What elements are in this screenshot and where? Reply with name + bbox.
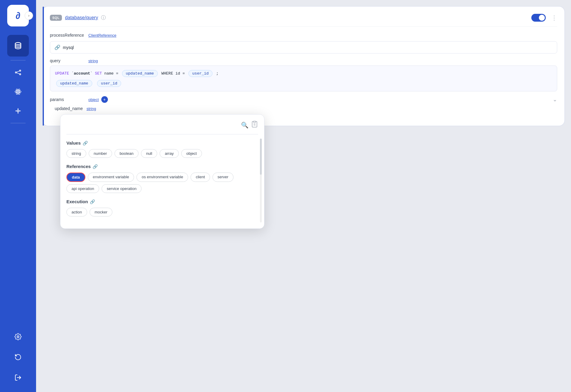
- main-content: SQL database/query ⓘ ⋮ processReference …: [36, 0, 571, 392]
- svg-point-1: [15, 72, 17, 73]
- param-type[interactable]: string: [87, 106, 96, 111]
- references-chips-row: data environment variable os environment…: [66, 173, 258, 193]
- keyword-set: SET: [95, 71, 102, 76]
- query-section: query string UPDATE `account` SET name =…: [50, 58, 557, 91]
- sidebar-item-database[interactable]: [7, 35, 29, 57]
- param-name: updated_name: [55, 106, 83, 111]
- param-item-updated-name: updated_name string: [50, 106, 557, 111]
- link-icon: 🔗: [54, 44, 60, 50]
- chip-api-operation[interactable]: api operation: [66, 184, 99, 193]
- chip-environment-variable[interactable]: environment variable: [88, 173, 134, 182]
- mysql-input-field[interactable]: 🔗 mysql: [50, 41, 557, 54]
- chip-server[interactable]: server: [212, 173, 234, 182]
- chip-row: updated_name user_id: [55, 80, 552, 87]
- chip-object[interactable]: object: [181, 149, 202, 158]
- svg-point-10: [17, 110, 19, 112]
- picker-clipboard-icon[interactable]: [251, 121, 258, 129]
- exit-icon: [14, 374, 22, 381]
- execution-chips-row: action mocker: [66, 208, 258, 216]
- keyword-update: UPDATE: [55, 71, 69, 76]
- execution-section-title: Execution 🔗: [66, 199, 258, 204]
- process-reference-label: processReference: [50, 33, 86, 38]
- panel-header: SQL database/query ⓘ ⋮: [50, 14, 557, 27]
- svg-rect-17: [253, 121, 256, 122]
- panel-toggle[interactable]: [531, 14, 546, 22]
- params-collapse-icon[interactable]: ⌄: [553, 96, 557, 103]
- node-icon: [14, 107, 22, 115]
- svg-point-2: [20, 70, 21, 71]
- panel-menu-icon[interactable]: ⋮: [551, 14, 557, 21]
- params-label-row: params object + ⌄: [50, 96, 557, 103]
- values-chips-row: string number boolean null array object: [66, 149, 258, 158]
- tag-updated-name[interactable]: updated_name: [122, 70, 158, 77]
- sidebar-item-refresh[interactable]: [7, 349, 29, 366]
- graph-icon: [14, 69, 22, 76]
- picker-popup: 🔍 Values 🔗 string number boolean null ar…: [60, 114, 264, 229]
- chip-mocker[interactable]: mocker: [90, 208, 113, 216]
- table-name: account: [74, 71, 90, 76]
- query-code-line: UPDATE `account` SET name = updated_name…: [55, 70, 552, 77]
- chip-array[interactable]: array: [160, 149, 179, 158]
- sidebar-divider-1: [11, 60, 26, 60]
- sidebar-item-atom[interactable]: [7, 83, 29, 100]
- params-label: params: [50, 97, 86, 102]
- sidebar-item-graph[interactable]: [7, 64, 29, 81]
- picker-search-row: 🔍: [66, 121, 258, 134]
- params-add-button[interactable]: +: [101, 96, 108, 103]
- chip-action[interactable]: action: [66, 208, 87, 216]
- mysql-value: mysql: [63, 45, 74, 50]
- atom-icon: [14, 88, 22, 95]
- process-reference-row: processReference ClientReference: [50, 33, 557, 38]
- chip-updated-name[interactable]: updated_name: [56, 80, 92, 87]
- tag-user-id[interactable]: user_id: [188, 70, 213, 77]
- sidebar-item-node[interactable]: [7, 103, 29, 119]
- logo-area: ∂ ›: [7, 5, 29, 26]
- svg-point-15: [17, 336, 19, 338]
- logo-icon: ∂: [16, 10, 20, 21]
- chip-service-operation[interactable]: service operation: [102, 184, 142, 193]
- database-icon: [14, 41, 22, 50]
- process-reference-link[interactable]: ClientReference: [88, 33, 116, 38]
- svg-point-6: [17, 91, 19, 92]
- sidebar-divider-2: [11, 123, 26, 123]
- svg-line-4: [17, 71, 20, 72]
- values-section-title: Values 🔗: [66, 140, 258, 145]
- svg-line-5: [17, 73, 20, 74]
- chip-os-environment-variable[interactable]: os environment variable: [136, 173, 188, 182]
- picker-search-input[interactable]: [66, 122, 239, 127]
- query-code-area[interactable]: UPDATE `account` SET name = updated_name…: [50, 66, 557, 91]
- params-type-link[interactable]: object: [88, 97, 99, 102]
- scrollbar-track: [260, 139, 262, 222]
- sidebar: ∂ ›: [0, 0, 36, 392]
- references-section-title: References 🔗: [66, 164, 258, 169]
- picker-search-icon: 🔍: [241, 121, 249, 129]
- query-label: query: [50, 58, 86, 63]
- params-section: params object + ⌄ updated_name string: [50, 96, 557, 111]
- sidebar-item-settings[interactable]: [7, 328, 29, 345]
- scrollbar-thumb[interactable]: [260, 139, 262, 175]
- refresh-icon: [14, 354, 22, 361]
- query-type-link[interactable]: string: [88, 59, 98, 63]
- settings-icon: [14, 333, 22, 340]
- sidebar-bottom: [7, 327, 29, 387]
- panel-card: SQL database/query ⓘ ⋮ processReference …: [42, 6, 565, 126]
- sql-badge: SQL: [50, 15, 62, 21]
- chip-boolean[interactable]: boolean: [115, 149, 139, 158]
- chip-null[interactable]: null: [141, 149, 157, 158]
- svg-point-0: [15, 43, 21, 45]
- panel-title-link[interactable]: database/query: [65, 15, 98, 20]
- query-label-row: query string: [50, 58, 557, 63]
- chip-user-id[interactable]: user_id: [97, 80, 121, 87]
- chip-client[interactable]: client: [191, 173, 210, 182]
- svg-point-3: [20, 74, 21, 75]
- accent-line: [43, 7, 44, 126]
- sidebar-item-exit[interactable]: [7, 369, 29, 386]
- sidebar-expand-button[interactable]: ›: [25, 11, 33, 20]
- chip-string[interactable]: string: [66, 149, 86, 158]
- info-icon[interactable]: ⓘ: [101, 15, 106, 21]
- chip-number[interactable]: number: [89, 149, 112, 158]
- chip-data[interactable]: data: [66, 173, 85, 182]
